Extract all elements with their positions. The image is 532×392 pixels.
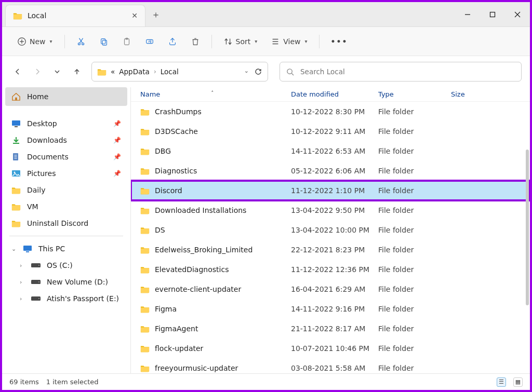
up-button[interactable] xyxy=(70,64,84,79)
status-selected: 1 item selected xyxy=(46,378,99,386)
chevron-right-icon[interactable]: › xyxy=(20,279,25,286)
folder-icon xyxy=(140,285,150,293)
file-name: DS xyxy=(155,226,165,234)
share-button[interactable] xyxy=(163,34,182,49)
tab-close-icon[interactable]: ✕ xyxy=(131,11,138,20)
sidebar-item[interactable]: VM xyxy=(2,198,130,215)
view-button[interactable]: View ▾ xyxy=(265,34,312,49)
sidebar-item-label: New Volume (D:) xyxy=(47,278,108,286)
file-row[interactable]: ElevatedDiagnostics 11-12-2022 12:36 PM … xyxy=(131,260,530,279)
back-button[interactable] xyxy=(10,64,25,79)
svg-line-10 xyxy=(79,38,82,43)
cut-button[interactable] xyxy=(71,34,91,49)
file-type: File folder xyxy=(378,285,451,293)
chevron-right-icon: › xyxy=(154,68,156,75)
pin-icon[interactable]: 📌 xyxy=(113,170,121,177)
sidebar-item-label: Documents xyxy=(27,153,69,161)
downloads-icon xyxy=(11,136,21,144)
sidebar-item-home[interactable]: Home xyxy=(5,87,127,106)
sidebar-item[interactable]: Daily xyxy=(2,182,130,198)
svg-point-38 xyxy=(38,265,39,266)
refresh-icon[interactable] xyxy=(254,67,262,76)
chevron-down-icon[interactable]: ⌄ xyxy=(11,246,17,252)
file-name: evernote-client-updater xyxy=(155,285,241,293)
sidebar-item[interactable]: Desktop📌 xyxy=(2,115,130,132)
file-row[interactable]: DS 13-04-2022 10:00 PM File folder xyxy=(131,220,530,240)
column-date[interactable]: Date modified xyxy=(291,90,378,98)
svg-point-34 xyxy=(14,172,16,173)
sort-button[interactable]: Sort ▾ xyxy=(218,34,263,49)
column-type[interactable]: Type xyxy=(378,90,451,98)
column-size[interactable]: Size xyxy=(451,90,524,98)
file-date: 11-12-2022 12:36 PM xyxy=(291,265,378,274)
file-row[interactable]: Downloaded Installations 13-04-2022 9:50… xyxy=(131,200,530,220)
sidebar-item-label: Downloads xyxy=(27,136,67,144)
drive-icon xyxy=(31,278,41,286)
folder-icon xyxy=(140,265,150,274)
file-row[interactable]: Edelweiss_Broking_Limited 22-12-2021 8:2… xyxy=(131,240,530,260)
address-dropdown-icon[interactable]: ⌄ xyxy=(244,67,249,76)
trash-icon xyxy=(191,37,200,46)
file-type: File folder xyxy=(378,147,451,155)
file-row[interactable]: DBG 14-11-2022 6:53 AM File folder xyxy=(131,141,530,161)
minimize-button[interactable] xyxy=(455,2,480,26)
sidebar-item[interactable]: Uninstall Discord xyxy=(2,215,130,232)
copy-button[interactable] xyxy=(94,34,114,49)
scrollbar[interactable] xyxy=(526,150,529,305)
details-view-icon[interactable]: ☰ xyxy=(497,377,506,387)
sidebar-item-drive[interactable]: › New Volume (D:) xyxy=(2,274,130,290)
documents-icon xyxy=(11,153,21,161)
folder-icon xyxy=(11,202,21,211)
paste-button[interactable] xyxy=(117,34,137,49)
sidebar-item[interactable]: Documents📌 xyxy=(2,148,130,165)
tab-local[interactable]: Local ✕ xyxy=(5,5,145,26)
file-row[interactable]: Figma 14-11-2022 9:16 PM File folder xyxy=(131,299,530,319)
file-row[interactable]: Diagnostics 05-12-2022 6:06 AM File fold… xyxy=(131,161,530,181)
chevron-down-icon: ▾ xyxy=(305,38,308,44)
svg-rect-12 xyxy=(102,40,107,45)
folder-icon xyxy=(140,246,150,254)
file-row[interactable]: flock-updater 10-07-2021 10:46 PM File f… xyxy=(131,339,530,358)
file-row[interactable]: freeyourmusic-updater 03-08-2021 5:58 AM… xyxy=(131,358,530,373)
sidebar-item-drive[interactable]: › OS (C:) xyxy=(2,257,130,274)
file-row[interactable]: Discord 11-12-2022 1:10 PM File folder xyxy=(131,181,530,200)
sidebar-item[interactable]: Pictures📌 xyxy=(2,165,130,182)
forward-button[interactable] xyxy=(30,64,45,79)
column-name[interactable]: Name ˄ xyxy=(140,90,291,98)
maximize-button[interactable] xyxy=(480,2,505,26)
pin-icon[interactable]: 📌 xyxy=(113,120,121,127)
file-list[interactable]: CrashDumps 10-12-2022 8:30 PM File folde… xyxy=(131,102,530,373)
sidebar-item[interactable]: Downloads📌 xyxy=(2,132,130,148)
home-icon xyxy=(11,92,21,101)
file-row[interactable]: evernote-client-updater 16-04-2021 6:29 … xyxy=(131,279,530,299)
close-button[interactable] xyxy=(505,2,530,26)
chevron-right-icon[interactable]: › xyxy=(20,262,25,269)
folder-icon xyxy=(11,219,21,227)
address-bar[interactable]: « AppData › Local ⌄ xyxy=(91,62,268,82)
rename-button[interactable]: A xyxy=(140,34,159,49)
delete-button[interactable] xyxy=(185,34,205,49)
svg-rect-25 xyxy=(15,98,17,100)
svg-point-40 xyxy=(38,281,39,282)
file-row[interactable]: CrashDumps 10-12-2022 8:30 PM File folde… xyxy=(131,102,530,121)
file-row[interactable]: D3DSCache 10-12-2022 9:11 AM File folder xyxy=(131,121,530,141)
new-button[interactable]: New ▾ xyxy=(11,33,58,50)
sidebar-item-this-pc[interactable]: ⌄ This PC xyxy=(2,240,130,257)
breadcrumb-seg[interactable]: Local xyxy=(161,67,179,76)
new-tab-button[interactable]: ＋ xyxy=(145,8,166,21)
chevron-right-icon[interactable]: › xyxy=(20,295,25,302)
search-input[interactable] xyxy=(299,67,515,76)
search-box[interactable] xyxy=(280,62,522,82)
pin-icon[interactable]: 📌 xyxy=(113,137,121,144)
more-button[interactable]: ••• xyxy=(326,34,353,49)
pin-icon[interactable]: 📌 xyxy=(113,153,121,160)
folder-icon xyxy=(140,206,150,214)
recent-button[interactable] xyxy=(50,64,64,79)
file-date: 10-12-2022 8:30 PM xyxy=(291,107,378,116)
file-row[interactable]: FigmaAgent 21-11-2022 8:17 AM File folde… xyxy=(131,319,530,339)
grid-view-icon[interactable]: ▦ xyxy=(513,377,523,387)
sidebar-item-label: Desktop xyxy=(27,119,57,128)
clipboard-icon xyxy=(122,37,131,46)
breadcrumb-seg[interactable]: AppData xyxy=(119,67,150,76)
sidebar-item-drive[interactable]: › Atish's Passport (E:) xyxy=(2,290,130,307)
